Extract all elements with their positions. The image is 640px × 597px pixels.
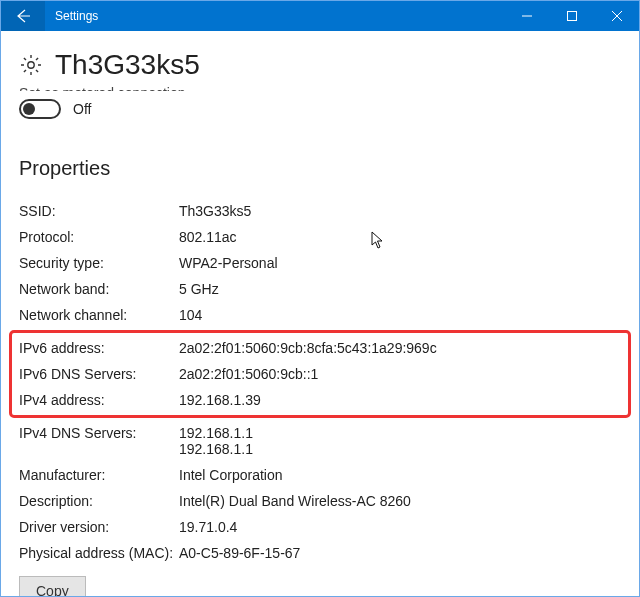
prop-row-driver: Driver version: 19.71.0.4 <box>19 514 621 540</box>
prop-value: Intel Corporation <box>179 467 621 483</box>
svg-point-4 <box>28 62 34 68</box>
prop-label: Driver version: <box>19 519 179 535</box>
prop-label: IPv4 address: <box>19 392 179 408</box>
prop-label: Physical address (MAC): <box>19 545 179 561</box>
prop-value: 192.168.1.39 <box>179 392 621 408</box>
prop-label: IPv6 DNS Servers: <box>19 366 179 382</box>
arrow-left-icon <box>15 8 31 24</box>
prop-label: Network channel: <box>19 307 179 323</box>
prop-label: Security type: <box>19 255 179 271</box>
prop-label: SSID: <box>19 203 179 219</box>
prop-row-security: Security type: WPA2-Personal <box>19 250 621 276</box>
prop-label: Network band: <box>19 281 179 297</box>
metered-label-cutoff: Set as metered connection <box>19 85 621 91</box>
prop-value: A0-C5-89-6F-15-67 <box>179 545 621 561</box>
prop-value: 802.11ac <box>179 229 621 245</box>
prop-value: Intel(R) Dual Band Wireless-AC 8260 <box>179 493 621 509</box>
metered-toggle-row: Off <box>19 99 621 119</box>
prop-row-mac: Physical address (MAC): A0-C5-89-6F-15-6… <box>19 540 621 566</box>
window-controls <box>504 1 639 31</box>
prop-label: IPv6 address: <box>19 340 179 356</box>
prop-row-description: Description: Intel(R) Dual Band Wireless… <box>19 488 621 514</box>
content-area: Th3G33ks5 Set as metered connection Off … <box>1 31 639 596</box>
prop-value: Th3G33ks5 <box>179 203 621 219</box>
prop-value: WPA2-Personal <box>179 255 621 271</box>
prop-label: Protocol: <box>19 229 179 245</box>
properties-heading: Properties <box>19 157 621 180</box>
minimize-button[interactable] <box>504 1 549 31</box>
prop-row-ipv4dns: IPv4 DNS Servers: 192.168.1.1 192.168.1.… <box>19 420 621 462</box>
svg-rect-1 <box>567 12 576 21</box>
prop-value: 104 <box>179 307 621 323</box>
maximize-button[interactable] <box>549 1 594 31</box>
close-button[interactable] <box>594 1 639 31</box>
prop-label: Manufacturer: <box>19 467 179 483</box>
prop-row-ssid: SSID: Th3G33ks5 <box>19 198 621 224</box>
close-icon <box>612 11 622 21</box>
metered-toggle[interactable] <box>19 99 61 119</box>
prop-row-ipv4: IPv4 address: 192.168.1.39 <box>19 387 621 413</box>
prop-row-band: Network band: 5 GHz <box>19 276 621 302</box>
prop-value: 2a02:2f01:5060:9cb:8cfa:5c43:1a29:969c <box>179 340 621 356</box>
copy-button[interactable]: Copy <box>19 576 86 596</box>
maximize-icon <box>567 11 577 21</box>
prop-row-ipv6: IPv6 address: 2a02:2f01:5060:9cb:8cfa:5c… <box>19 335 621 361</box>
gear-icon <box>19 53 43 77</box>
prop-row-channel: Network channel: 104 <box>19 302 621 328</box>
prop-row-manufacturer: Manufacturer: Intel Corporation <box>19 462 621 488</box>
window-title: Settings <box>45 9 504 23</box>
minimize-icon <box>522 11 532 21</box>
prop-value: 192.168.1.1 192.168.1.1 <box>179 425 621 457</box>
network-name: Th3G33ks5 <box>55 49 200 81</box>
highlight-annotation: IPv6 address: 2a02:2f01:5060:9cb:8cfa:5c… <box>9 330 631 418</box>
properties-table: SSID: Th3G33ks5 Protocol: 802.11ac Secur… <box>19 198 621 566</box>
metered-toggle-state: Off <box>73 101 91 117</box>
prop-label: IPv4 DNS Servers: <box>19 425 179 457</box>
prop-row-ipv6dns: IPv6 DNS Servers: 2a02:2f01:5060:9cb::1 <box>19 361 621 387</box>
prop-value: 19.71.0.4 <box>179 519 621 535</box>
prop-value: 2a02:2f01:5060:9cb::1 <box>179 366 621 382</box>
prop-value: 5 GHz <box>179 281 621 297</box>
toggle-knob-icon <box>23 103 35 115</box>
back-button[interactable] <box>1 1 45 31</box>
titlebar: Settings <box>1 1 639 31</box>
prop-row-protocol: Protocol: 802.11ac <box>19 224 621 250</box>
prop-label: Description: <box>19 493 179 509</box>
page-header: Th3G33ks5 <box>19 31 621 81</box>
